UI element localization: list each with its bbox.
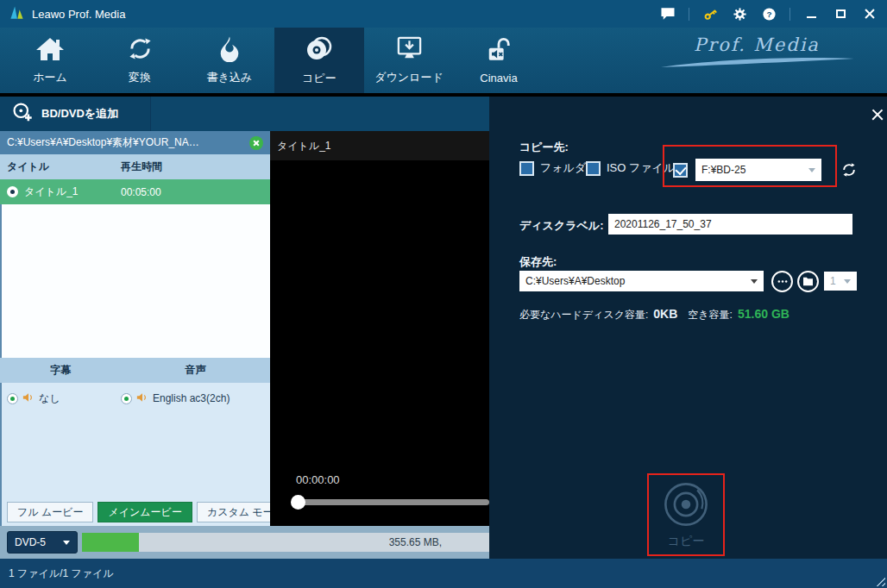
home-icon <box>35 36 66 66</box>
convert-icon <box>127 35 154 66</box>
column-audio: 音声 <box>121 363 270 378</box>
tab-home[interactable]: ホーム <box>5 28 95 93</box>
file-count-text: 1 ファイル/1 ファイル <box>9 566 114 581</box>
source-list-panel: C:¥Users¥A¥Desktop¥素材¥YOUR_NA… タイトル 再生時間… <box>0 131 270 526</box>
row-title: タイトル_1 <box>24 185 121 199</box>
tab-label: ダウンロード <box>374 70 444 85</box>
leawo-logo-icon <box>9 4 25 24</box>
open-folder-button[interactable] <box>797 271 819 292</box>
audio-value: English ac3(2ch) <box>153 392 230 404</box>
disc-type-value: DVD-5 <box>15 536 46 548</box>
tab-copy[interactable]: コピー <box>274 28 364 93</box>
burn-flame-icon <box>217 35 242 66</box>
source-toolbar: BD/DVDを追加 <box>0 97 489 131</box>
video-preview: タイトル_1 00:00:00 <box>270 131 489 526</box>
subtitle-radio[interactable] <box>7 393 18 404</box>
burner-drive-value: F:¥BD-25 <box>701 164 745 176</box>
add-disc-icon <box>12 102 33 126</box>
app-title: Leawo Prof. Media <box>32 8 125 21</box>
chevron-down-icon <box>63 541 70 548</box>
track-list: なし English ac3(2ch) <box>0 383 270 498</box>
video-title: タイトル_1 <box>277 139 330 153</box>
main-nav: ホーム 変換 書き込み コピー <box>0 28 887 93</box>
required-space-label: 必要なハードディスク容量: <box>519 308 648 322</box>
copy-button-disc-icon <box>662 480 710 532</box>
folder-option-label: フォルダ <box>540 160 586 176</box>
seek-thumb[interactable] <box>291 495 305 510</box>
free-space-value: 51.60 GB <box>738 307 789 321</box>
full-movie-button[interactable]: フル ムービー <box>7 502 93 522</box>
seek-bar[interactable] <box>293 499 489 505</box>
disc-type-select[interactable]: DVD-5 <box>7 531 78 554</box>
title-list-empty-area <box>0 204 270 358</box>
tab-burn[interactable]: 書き込み <box>185 28 274 93</box>
speaker-icon <box>22 391 35 406</box>
chevron-down-icon <box>844 279 851 287</box>
column-title: タイトル <box>0 160 121 174</box>
playback-time: 00:00:00 <box>296 473 340 486</box>
table-row-title-1[interactable]: タイトル_1 00:05:00 <box>0 179 270 204</box>
minimize-button[interactable] <box>802 5 820 22</box>
disc-label-input[interactable] <box>608 214 852 235</box>
help-icon[interactable]: ? <box>760 5 777 22</box>
used-size-text: 355.65 MB, <box>389 536 442 548</box>
register-key-icon[interactable] <box>701 5 719 22</box>
iso-checkbox[interactable] <box>586 161 601 176</box>
tab-label: 書き込み <box>207 70 253 85</box>
capacity-progress-fill <box>82 533 139 552</box>
save-path-select[interactable]: C:¥Users¥A¥Desktop <box>519 271 764 291</box>
refresh-drives-icon[interactable] <box>841 162 857 181</box>
tab-label: コピー <box>302 71 337 86</box>
tab-download[interactable]: ダウンロード <box>364 28 454 93</box>
iso-option-label: ISO ファイル <box>607 160 675 176</box>
close-button[interactable] <box>861 5 878 22</box>
tab-convert[interactable]: 変換 <box>95 28 185 93</box>
title-radio-selected[interactable] <box>7 186 18 197</box>
remove-source-icon[interactable] <box>249 136 263 150</box>
save-path-value: C:¥Users¥A¥Desktop <box>525 275 625 287</box>
browse-more-button[interactable] <box>771 271 793 292</box>
resize-grip[interactable] <box>872 573 885 586</box>
drive-option[interactable]: F:¥BD-25 <box>673 159 821 181</box>
column-subtitle: 字幕 <box>0 363 121 378</box>
source-path-bar[interactable]: C:¥Users¥A¥Desktop¥素材¥YOUR_NA… <box>0 131 270 154</box>
audio-radio[interactable] <box>121 393 132 404</box>
audio-option[interactable]: English ac3(2ch) <box>121 390 270 407</box>
copy-mode-row: フル ムービー メインムービー カスタム モード <box>0 498 270 526</box>
source-path: C:¥Users¥A¥Desktop¥素材¥YOUR_NA… <box>7 135 199 150</box>
required-space-value: 0KB <box>653 307 677 321</box>
copies-count-select[interactable]: 1 <box>824 272 857 291</box>
tab-label: 変換 <box>129 70 151 85</box>
drive-checkbox[interactable] <box>673 163 688 178</box>
copy-disc-icon <box>304 35 335 66</box>
copy-destination-label: コピー先: <box>519 140 569 155</box>
chevron-down-icon <box>751 279 758 287</box>
settings-gear-icon[interactable] <box>731 5 748 22</box>
folder-option[interactable]: フォルダ <box>519 160 586 176</box>
copy-settings-panel: コピー先: フォルダ ISO ファイル F:¥BD-25 ディスクラベル: 保存… <box>489 97 887 559</box>
maximize-button[interactable] <box>832 5 849 22</box>
cinavia-unlock-icon <box>486 37 512 67</box>
feedback-icon[interactable] <box>659 5 676 22</box>
disc-label-label: ディスクラベル: <box>519 218 603 234</box>
copy-button-label: コピー <box>668 534 705 549</box>
add-bd-dvd-button[interactable]: BD/DVDを追加 <box>0 97 151 131</box>
tab-label: ホーム <box>33 70 67 85</box>
folder-checkbox[interactable] <box>519 161 534 176</box>
start-copy-button[interactable]: コピー <box>649 476 723 553</box>
burner-drive-select[interactable]: F:¥BD-25 <box>695 159 821 181</box>
titlebar-separator <box>689 8 689 21</box>
speaker-icon <box>136 391 148 406</box>
subtitle-option[interactable]: なし <box>2 390 121 407</box>
chevron-down-icon <box>808 168 815 176</box>
column-duration: 再生時間 <box>121 160 270 174</box>
tab-label: Cinavia <box>480 72 517 84</box>
track-header: 字幕 音声 <box>0 358 270 383</box>
tab-cinavia[interactable]: Cinavia <box>454 28 544 93</box>
row-duration: 00:05:00 <box>121 186 270 198</box>
status-bar: 1 ファイル/1 ファイル <box>0 559 887 588</box>
svg-text:?: ? <box>766 9 771 19</box>
main-movie-button[interactable]: メインムービー <box>98 502 192 522</box>
titlebar-separator <box>789 8 790 21</box>
iso-option[interactable]: ISO ファイル <box>586 160 675 176</box>
